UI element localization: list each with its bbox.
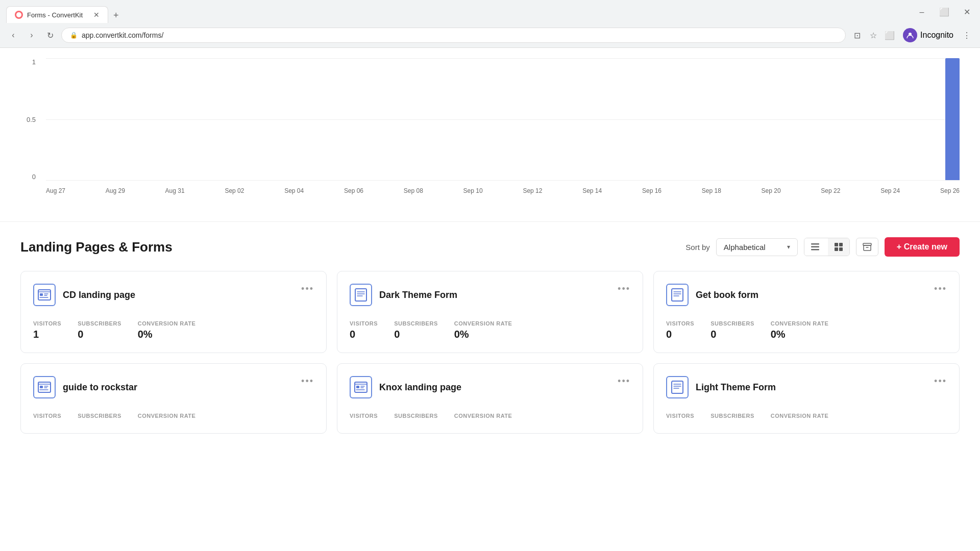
favicon [15,11,23,19]
chart-x-sep10: Sep 10 [463,187,483,194]
stat-value-conversion-dark: 0% [454,329,512,340]
stat-visitors-light: VISITORS [666,413,694,421]
stat-subscribers-guide: SUBSCRIBERS [78,413,121,421]
new-tab-button[interactable]: + [109,8,123,23]
stat-label-conversion-knox: CONVERSION RATE [454,413,512,419]
stat-label-conversion-light: CONVERSION RATE [771,413,829,419]
chart-y-label-05: 0.5 [27,116,36,123]
card-stats-guide: VISITORS SUBSCRIBERS CONVERSION RATE [33,413,314,421]
back-button[interactable]: ‹ [6,28,20,42]
archive-button[interactable] [856,238,878,256]
stat-subscribers-cd: SUBSCRIBERS 0 [78,320,121,340]
card-menu-light[interactable]: ••• [934,376,947,387]
chart-x-sep14: Sep 14 [582,187,602,194]
chart-x-labels: Aug 27 Aug 29 Aug 31 Sep 02 Sep 04 Sep 0… [46,181,960,201]
card-header-book: Get book form ••• [666,284,947,306]
landing-page-icon [37,288,52,302]
card-title-cd: CD landing page [63,290,135,300]
stat-label-visitors-guide: VISITORS [33,413,61,419]
grid-view-button[interactable] [828,238,849,256]
stat-value-visitors-cd: 1 [33,329,61,340]
browser-chrome: Forms - ConvertKit ✕ + – ⬜ ✕ ‹ › ↻ 🔒 app… [0,0,980,48]
card-icon-dark [350,284,372,306]
card-icon-title-book: Get book form [666,284,758,306]
tab-close-button[interactable]: ✕ [93,11,100,19]
stat-label-subscribers-guide: SUBSCRIBERS [78,413,121,419]
card-header-cd: CD landing page ••• [33,284,314,306]
browser-actions: ⊡ ☆ ⬜ Incognito ⋮ [850,26,974,44]
chart-y-labels: 1 0.5 0 [20,58,41,181]
chart-x-sep06: Sep 06 [344,187,363,194]
card-header-light: Light Theme Form ••• [666,376,947,398]
page-content: 1 0.5 0 Aug 27 Aug 29 Aug 31 Sep [0,48,980,449]
stat-value-visitors-book: 0 [666,329,694,340]
menu-button[interactable]: ⋮ [960,28,974,42]
chart-x-sep26: Sep 26 [940,187,960,194]
list-view-button[interactable] [804,238,826,256]
maximize-button[interactable]: ⬜ [937,5,951,19]
svg-rect-12 [355,289,366,301]
chart-bar-sep26 [945,58,960,180]
card-menu-guide[interactable]: ••• [301,376,314,387]
card-menu-cd[interactable]: ••• [301,284,314,294]
bookmark-button[interactable]: ☆ [866,28,880,42]
stat-label-conversion-guide: CONVERSION RATE [138,413,196,419]
create-new-button[interactable]: + Create new [885,237,960,257]
stat-visitors-guide: VISITORS [33,413,61,421]
reload-button[interactable]: ↻ [43,28,57,42]
stat-subscribers-book: SUBSCRIBERS 0 [710,320,754,340]
incognito-button[interactable]: Incognito [899,26,958,44]
svg-rect-17 [356,386,359,388]
cast-button[interactable]: ⊡ [850,28,864,42]
list-view-icon [811,242,820,252]
profile-button[interactable]: ⬜ [883,28,897,42]
incognito-label: Incognito [920,31,953,40]
stat-label-conversion-book: CONVERSION RATE [771,320,829,327]
chart-x-aug31: Aug 31 [165,187,185,194]
stat-value-conversion-cd: 0% [138,329,196,340]
address-lock-icon: 🔒 [70,32,78,39]
create-new-label: + Create new [897,242,947,252]
minimize-button[interactable]: – [915,5,929,19]
card-menu-dark[interactable]: ••• [618,284,630,294]
sort-select[interactable]: Alphabetical ▾ [716,238,798,256]
incognito-avatar [903,28,917,42]
card-icon-title-cd: CD landing page [33,284,135,306]
browser-tab-active[interactable]: Forms - ConvertKit ✕ [6,6,108,23]
card-menu-knox[interactable]: ••• [618,376,630,387]
main-content: Landing Pages & Forms Sort by Alphabetic… [0,222,980,449]
chart-bar-fill [945,58,960,180]
stat-value-conversion-book: 0% [771,329,829,340]
stat-label-visitors-dark: VISITORS [350,320,378,327]
tab-title: Forms - ConvertKit [27,11,83,19]
view-toggle [804,238,850,256]
stat-value-visitors-dark: 0 [350,329,378,340]
close-button[interactable]: ✕ [960,5,974,19]
forward-button[interactable]: › [24,28,39,42]
chart-x-aug27: Aug 27 [46,187,65,194]
chart-x-sep24: Sep 24 [880,187,900,194]
chart-y-label-0: 0 [32,173,36,181]
address-bar[interactable]: 🔒 app.convertkit.com/forms/ [61,28,846,43]
svg-point-0 [16,12,21,17]
browser-titlebar: Forms - ConvertKit ✕ + – ⬜ ✕ [0,0,980,23]
card-menu-book[interactable]: ••• [934,284,947,294]
grid-view-icon [834,242,843,252]
section-header: Landing Pages & Forms Sort by Alphabetic… [20,237,960,257]
svg-rect-5 [835,243,838,246]
stat-conversion-knox: CONVERSION RATE [454,413,512,421]
stat-visitors-cd: VISITORS 1 [33,320,61,340]
svg-rect-11 [40,293,43,296]
tab-bar: Forms - ConvertKit ✕ + [6,6,123,23]
chart-area: 1 0.5 0 Aug 27 Aug 29 Aug 31 Sep [0,48,980,222]
cards-grid: CD landing page ••• VISITORS 1 SUBSCRIBE… [20,271,960,434]
stat-label-visitors-cd: VISITORS [33,320,61,327]
card-title-book: Get book form [696,290,758,300]
sort-dropdown-icon: ▾ [787,243,790,251]
chart-x-sep16: Sep 16 [642,187,662,194]
form-icon-light [670,380,684,394]
svg-rect-18 [672,381,683,393]
svg-rect-13 [672,289,683,301]
card-icon-book [666,284,689,306]
form-card-light-theme: Light Theme Form ••• VISITORS SUBSCRIBER… [653,363,960,434]
